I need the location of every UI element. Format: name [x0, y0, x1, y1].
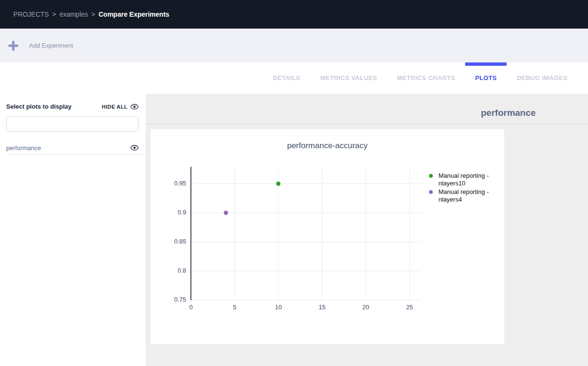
tab-debug-images[interactable]: DEBUG IMAGES — [507, 62, 578, 94]
v-gridline — [409, 167, 410, 300]
h-gridline — [191, 242, 421, 242]
scatter-point[interactable] — [224, 211, 228, 215]
plot-item-label: performance — [6, 144, 41, 152]
v-gridline — [322, 167, 322, 300]
h-gridline — [191, 300, 421, 300]
chart-legend: Manual reporting - nlayers10Manual repor… — [429, 172, 498, 204]
content: Select plots to display HIDE ALL perform… — [0, 94, 588, 366]
plot-selection-sidebar: Select plots to display HIDE ALL perform… — [0, 94, 146, 366]
y-tick-label: 0.85 — [153, 238, 186, 245]
tabs: DETAILS METRICS VALUES METRICS CHARTS PL… — [263, 62, 578, 94]
legend-marker-icon — [429, 190, 433, 194]
tab-plots[interactable]: PLOTS — [465, 62, 507, 94]
x-tick-label: 10 — [269, 304, 288, 311]
tab-metrics-values[interactable]: METRICS VALUES — [310, 62, 387, 94]
breadcrumb-separator: > — [91, 10, 95, 18]
v-gridline — [366, 167, 366, 300]
legend-label: Manual reporting - nlayers4 — [439, 188, 495, 203]
y-tick-label: 0.95 — [153, 180, 186, 187]
x-tick-label: 0 — [181, 304, 200, 311]
sidebar-header: Select plots to display HIDE ALL — [6, 103, 139, 110]
hide-all-button[interactable]: HIDE ALL — [102, 104, 139, 110]
plot-filter-input[interactable] — [6, 116, 139, 132]
h-gridline — [191, 271, 421, 271]
v-gridline — [234, 167, 235, 300]
scatter-plot: 0.750.80.850.90.950510152025 — [150, 129, 504, 344]
add-experiment-label: Add Experiment — [29, 42, 73, 49]
legend-marker-icon — [429, 174, 433, 178]
v-gridline — [278, 167, 279, 300]
x-tick-label: 25 — [400, 304, 419, 311]
breadcrumb: PROJECTS > examples > Compare Experiment… — [0, 0, 588, 29]
y-axis-line — [190, 167, 191, 300]
compare-experiments-page: PROJECTS > examples > Compare Experiment… — [0, 0, 588, 366]
breadcrumb-separator: > — [52, 10, 56, 18]
x-tick-label: 15 — [312, 304, 331, 311]
legend-label: Manual reporting - nlayers10 — [439, 172, 495, 187]
tab-bar: DETAILS METRICS VALUES METRICS CHARTS PL… — [0, 62, 588, 94]
hide-all-label: HIDE ALL — [102, 104, 128, 110]
add-experiment-bar: Add Experiment — [0, 29, 588, 62]
eye-icon[interactable] — [130, 145, 139, 151]
x-tick-label: 5 — [225, 304, 244, 311]
add-experiment-button[interactable]: Add Experiment — [8, 41, 73, 51]
y-tick-label: 0.9 — [153, 209, 186, 216]
y-tick-label: 0.8 — [153, 267, 186, 274]
plot-group-title: performance — [481, 108, 536, 118]
tab-metrics-charts[interactable]: METRICS CHARTS — [387, 62, 465, 94]
plot-list-item-performance[interactable]: performance — [6, 141, 146, 155]
breadcrumb-examples[interactable]: examples — [60, 10, 88, 18]
y-tick-label: 0.75 — [153, 296, 186, 303]
plus-icon — [8, 41, 19, 51]
scatter-point[interactable] — [276, 182, 280, 186]
plot-card: performance-accuracy 0.750.80.850.90.950… — [150, 129, 504, 344]
sidebar-title: Select plots to display — [6, 103, 71, 110]
breadcrumb-current: Compare Experiments — [99, 10, 169, 18]
breadcrumb-projects[interactable]: PROJECTS — [13, 10, 49, 18]
legend-item[interactable]: Manual reporting - nlayers4 — [429, 188, 498, 203]
x-tick-label: 20 — [356, 304, 375, 311]
h-gridline — [191, 183, 421, 184]
plots-panel: performance performance-accuracy 0.750.8… — [146, 94, 588, 366]
legend-item[interactable]: Manual reporting - nlayers10 — [429, 172, 498, 187]
tab-details[interactable]: DETAILS — [263, 62, 310, 94]
eye-icon — [130, 104, 139, 110]
